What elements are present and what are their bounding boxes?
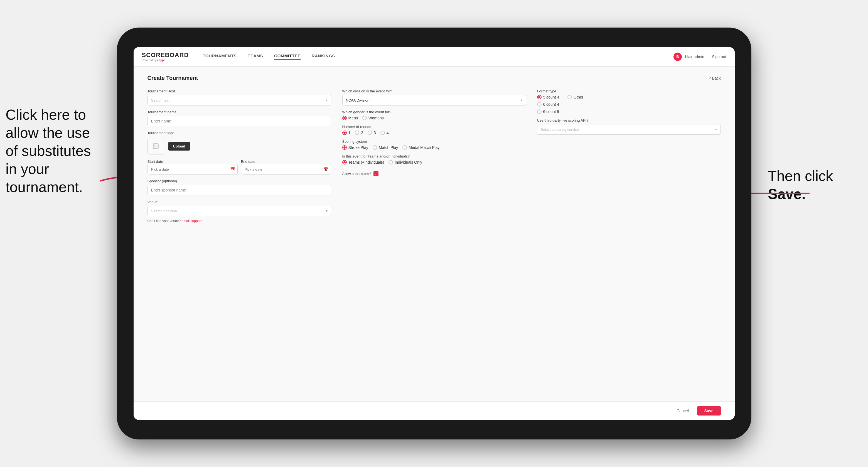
division-value: NCAA Division I xyxy=(346,98,372,102)
format-5count4-label: 5 count 4 xyxy=(543,95,559,99)
scoring-stroke-dot xyxy=(342,145,347,150)
sponsor-input[interactable] xyxy=(148,185,331,195)
gender-womens[interactable]: Womens xyxy=(362,116,384,120)
sponsor-group: Sponsor (optional) xyxy=(148,179,331,195)
end-date-group: End date 📅 xyxy=(241,159,331,175)
rounds-3[interactable]: 3 xyxy=(368,130,376,135)
rounds-4[interactable]: 4 xyxy=(380,130,389,135)
format-6count4-label: 6 count 4 xyxy=(543,102,559,106)
annotation-left: Click here to allow the use of substitut… xyxy=(6,106,106,196)
nav-item-tournaments[interactable]: TOURNAMENTS xyxy=(203,54,237,60)
format-5count4[interactable]: 5 count 4 xyxy=(537,95,559,99)
page-header: Create Tournament Back xyxy=(148,75,721,81)
scoring-match-dot xyxy=(373,145,377,150)
tournament-host-group: Tournament Host Search team ▾ xyxy=(148,89,331,105)
nav-items: TOURNAMENTS TEAMS COMMITTEE RANKINGS xyxy=(203,54,674,60)
format-other[interactable]: Other xyxy=(567,95,583,99)
format-6count5[interactable]: 6 count 5 xyxy=(537,110,559,114)
nav-item-committee[interactable]: COMMITTEE xyxy=(274,54,301,60)
venue-help: Can't find your venue? email support xyxy=(148,219,331,223)
save-button[interactable]: Save xyxy=(697,406,721,415)
tournament-name-group: Tournament name xyxy=(148,110,331,126)
cancel-button[interactable]: Cancel xyxy=(672,406,693,415)
logo-upload-area: Upload xyxy=(148,138,331,154)
back-link[interactable]: Back xyxy=(709,75,720,81)
tournament-host-placeholder: Search team xyxy=(151,98,172,102)
event-teams-label: Teams (+Individuals) xyxy=(348,160,384,164)
page-title: Create Tournament xyxy=(148,75,198,81)
date-row: Start date 📅 End date 📅 xyxy=(148,159,331,175)
form-section-right: Format type 5 count 4 Other xyxy=(537,89,721,223)
event-individuals[interactable]: Individuals Only xyxy=(389,160,422,164)
format-row-2: 6 count 4 xyxy=(537,102,721,106)
annotation-right: Then click Save. xyxy=(768,167,862,203)
scoring-medal-dot xyxy=(402,145,407,150)
tournament-host-label: Tournament Host xyxy=(148,89,331,93)
user-name: blair admin xyxy=(685,55,704,59)
venue-chevron-icon: ▾ xyxy=(326,209,328,213)
scoring-api-label: Use third-party live scoring API? xyxy=(537,118,721,122)
rounds-1-dot xyxy=(342,130,347,135)
format-5count4-dot xyxy=(537,95,541,99)
format-6count4[interactable]: 6 count 4 xyxy=(537,102,559,106)
format-row-1: 5 count 4 Other xyxy=(537,95,721,99)
logo-area: SCOREBOARD Powered by clippd xyxy=(142,52,189,62)
scoring-stroke-label: Stroke Play xyxy=(348,145,368,150)
logo-powered: Powered by clippd xyxy=(142,59,189,62)
scoring-medal-match[interactable]: Medal Match Play xyxy=(402,145,439,150)
upload-button[interactable]: Upload xyxy=(168,142,190,151)
allow-substitutes-checkbox[interactable]: ✓ xyxy=(373,171,378,176)
form-footer: Cancel Save xyxy=(133,401,735,420)
scoring-system-group: Scoring system Stroke Play Match Play xyxy=(342,139,526,150)
start-date-input[interactable] xyxy=(148,164,238,175)
start-date-wrapper: 📅 xyxy=(148,164,238,175)
event-teams[interactable]: Teams (+Individuals) xyxy=(342,160,384,164)
rounds-3-dot xyxy=(368,130,372,135)
format-other-dot xyxy=(567,95,572,99)
tournament-name-input[interactable] xyxy=(148,116,331,126)
gender-mens-label: Mens xyxy=(348,116,358,120)
start-date-label: Start date xyxy=(148,159,163,164)
venue-select[interactable]: Search golf club ▾ xyxy=(148,206,331,216)
allow-substitutes-row: Allow substitutes? ✓ xyxy=(342,171,526,176)
scoring-radio-group: Stroke Play Match Play Medal Match Play xyxy=(342,145,526,150)
date-group: Start date 📅 End date 📅 xyxy=(148,159,331,175)
email-support-link[interactable]: email support xyxy=(182,219,202,223)
scoring-api-select[interactable]: Select a scoring service ▾ xyxy=(537,124,721,135)
form-section-left: Tournament Host Search team ▾ Tournament… xyxy=(148,89,331,223)
format-options: 5 count 4 Other 6 count 4 xyxy=(537,95,721,114)
format-type-label: Format type xyxy=(537,89,721,93)
event-individuals-label: Individuals Only xyxy=(395,160,422,164)
nav-item-rankings[interactable]: RANKINGS xyxy=(312,54,335,60)
tournament-host-select[interactable]: Search team ▾ xyxy=(148,95,331,105)
sponsor-label: Sponsor (optional) xyxy=(148,179,331,183)
rounds-2-dot xyxy=(355,130,359,135)
rounds-2[interactable]: 2 xyxy=(355,130,363,135)
calendar-icon-end: 📅 xyxy=(324,167,329,172)
event-for-radio-group: Teams (+Individuals) Individuals Only xyxy=(342,160,526,164)
gender-mens[interactable]: Mens xyxy=(342,116,358,120)
tournament-logo-label: Tournament logo xyxy=(148,131,331,135)
rounds-1-label: 1 xyxy=(348,130,351,135)
main-content: Create Tournament Back Tournament Host S… xyxy=(133,66,735,401)
nav-item-teams[interactable]: TEAMS xyxy=(248,54,263,60)
gender-label: Which gender is the event for? xyxy=(342,110,526,114)
rounds-radio-group: 1 2 3 4 xyxy=(342,130,526,135)
scoring-match[interactable]: Match Play xyxy=(373,145,398,150)
end-date-input[interactable] xyxy=(241,164,331,175)
division-select[interactable]: NCAA Division I ▾ xyxy=(342,95,526,105)
event-teams-dot xyxy=(342,160,347,164)
signout-link[interactable]: Sign out xyxy=(712,55,726,59)
form-section-middle: Which division is the event for? NCAA Di… xyxy=(342,89,526,223)
event-for-label: Is this event for Teams and/or Individua… xyxy=(342,154,526,158)
scoring-stroke[interactable]: Stroke Play xyxy=(342,145,368,150)
calendar-icon: 📅 xyxy=(230,167,235,172)
tablet-screen: SCOREBOARD Powered by clippd TOURNAMENTS… xyxy=(133,47,735,420)
navbar: SCOREBOARD Powered by clippd TOURNAMENTS… xyxy=(133,47,735,66)
scoring-medal-label: Medal Match Play xyxy=(408,145,439,150)
rounds-1[interactable]: 1 xyxy=(342,130,351,135)
scoring-api-chevron-icon: ▾ xyxy=(715,127,717,132)
venue-group: Venue Search golf club ▾ Can't find your… xyxy=(148,200,331,223)
format-other-label: Other xyxy=(574,95,583,99)
format-type-group: Format type 5 count 4 Other xyxy=(537,89,721,114)
